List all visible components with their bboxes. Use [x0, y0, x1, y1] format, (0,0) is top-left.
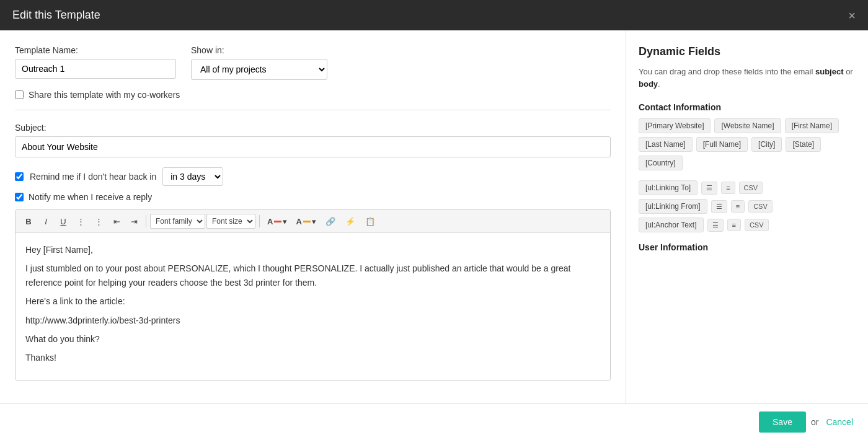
underline-button[interactable]: U — [55, 214, 71, 229]
modal-footer: Save or Cancel — [0, 403, 868, 440]
template-name-input[interactable] — [15, 59, 176, 79]
bg-color-arrow: ▾ — [312, 217, 316, 226]
field-city[interactable]: [City] — [751, 137, 782, 152]
sidebar-description: You can drag and drop these fields into … — [639, 66, 856, 90]
bg-color-indicator — [303, 221, 311, 222]
save-button[interactable]: Save — [759, 411, 806, 433]
field-ul-linking-from[interactable]: [ul:Linking From] — [639, 199, 707, 214]
ul-anchor-text-list2-btn[interactable]: ≡ — [727, 219, 741, 231]
field-website-name[interactable]: [Website Name] — [714, 118, 781, 133]
show-in-group: Show in: All of my projects Project 1 Pr… — [191, 45, 327, 80]
remind-label: Remind me if I don't hear back in — [30, 172, 156, 182]
modal-main: Template Name: Show in: All of my projec… — [0, 30, 626, 403]
unordered-list-button[interactable]: ⋮ — [91, 214, 107, 229]
field-state[interactable]: [State] — [786, 137, 821, 152]
editor-body[interactable]: Hey [First Name], I just stumbled on to … — [16, 233, 610, 380]
modal-body: Template Name: Show in: All of my projec… — [0, 30, 868, 403]
remind-row: Remind me if I don't hear back in in 1 d… — [15, 167, 611, 186]
notify-checkbox[interactable] — [15, 193, 24, 201]
cancel-button[interactable]: Cancel — [823, 411, 856, 433]
show-in-label: Show in: — [191, 45, 327, 55]
font-family-select[interactable]: Font family Arial Georgia — [150, 214, 205, 229]
edit-template-modal: Edit this Template × Template Name: Show… — [0, 0, 868, 440]
editor-line-2: I just stumbled on to your post about PE… — [25, 262, 600, 289]
remind-checkbox[interactable] — [15, 172, 24, 181]
bg-color-button[interactable]: A ▾ — [292, 214, 319, 229]
template-name-group: Template Name: — [15, 45, 176, 80]
editor-line-5: What do you think? — [25, 332, 600, 346]
field-first-name[interactable]: [First Name] — [785, 118, 839, 133]
ul-linking-to-list-btn[interactable]: ☰ — [701, 182, 717, 195]
share-checkbox-row: Share this template with my co-workers — [15, 90, 611, 100]
editor-line-1: Hey [First Name], — [25, 243, 600, 257]
contact-section-title: Contact Information — [639, 102, 856, 112]
notify-row: Notify me when I receive a reply — [15, 192, 611, 202]
ul-linking-to-csv-btn[interactable]: CSV — [739, 182, 763, 194]
copy-button[interactable]: 📋 — [361, 214, 379, 229]
sidebar-desc-end: . — [658, 79, 660, 89]
footer-or: or — [811, 417, 818, 427]
share-label: Share this template with my co-workers — [29, 90, 180, 100]
ul-linking-from-csv-btn[interactable]: CSV — [748, 200, 773, 213]
ul-anchor-text-list-btn[interactable]: ☰ — [707, 219, 724, 232]
subject-group: Subject: — [15, 123, 611, 157]
toolbar-separator-1 — [146, 215, 146, 227]
editor-line-3: Here's a link to the article: — [25, 294, 600, 308]
sidebar-title: Dynamic Fields — [639, 45, 856, 58]
divider — [15, 110, 611, 110]
template-name-label: Template Name: — [15, 45, 176, 55]
font-color-button[interactable]: A ▾ — [264, 214, 291, 229]
close-button[interactable]: × — [848, 9, 856, 22]
sidebar-body-bold: body — [639, 79, 658, 89]
share-checkbox[interactable] — [15, 90, 24, 99]
ul-linking-from-list-btn[interactable]: ☰ — [711, 200, 727, 213]
field-ul-linking-to[interactable]: [ul:Linking To] — [639, 180, 698, 195]
sidebar-desc-text1: You can drag and drop these fields into … — [639, 67, 815, 76]
field-last-name[interactable]: [Last Name] — [639, 137, 693, 152]
lightning-button[interactable]: ⚡ — [341, 214, 360, 229]
ul-anchor-text-row: [ul:Anchor Text] ☰ ≡ CSV — [639, 218, 856, 232]
modal-title: Edit this Template — [12, 9, 100, 22]
user-section-title: User Information — [639, 242, 856, 252]
bg-color-letter: A — [296, 217, 301, 226]
ul-anchor-text-csv-btn[interactable]: CSV — [745, 219, 769, 231]
subject-input[interactable] — [15, 136, 611, 157]
subject-label: Subject: — [15, 123, 611, 133]
field-primary-website[interactable]: [Primary Website] — [639, 118, 711, 133]
ul-linking-to-row: [ul:Linking To] ☰ ≡ CSV — [639, 180, 856, 195]
font-color-letter: A — [267, 217, 273, 226]
font-size-select[interactable]: Font size 12px 14px 16px — [206, 214, 255, 229]
ul-linking-to-list2-btn[interactable]: ≡ — [721, 182, 735, 194]
sidebar-subject-bold: subject — [815, 67, 844, 76]
toolbar-separator-2 — [259, 215, 260, 227]
top-form-row: Template Name: Show in: All of my projec… — [15, 45, 611, 80]
field-ul-anchor-text[interactable]: [ul:Anchor Text] — [639, 218, 704, 232]
email-editor: B I U ⋮ ⋮ ⇤ ⇥ Font family Arial Georgia … — [15, 209, 611, 381]
indent-left-button[interactable]: ⇤ — [108, 214, 125, 229]
sidebar-desc-mid: or — [844, 67, 853, 76]
font-color-arrow: ▾ — [283, 217, 287, 226]
show-in-select[interactable]: All of my projects Project 1 Project 2 — [191, 59, 327, 80]
indent-right-button[interactable]: ⇥ — [126, 214, 142, 229]
field-country[interactable]: [Country] — [639, 156, 683, 170]
modal-header: Edit this Template × — [0, 0, 868, 30]
editor-line-6: Thanks! — [25, 351, 600, 364]
italic-button[interactable]: I — [38, 214, 54, 229]
notify-label: Notify me when I receive a reply — [29, 192, 152, 202]
remind-select[interactable]: in 1 day in 2 days in 3 days in 5 days i… — [162, 167, 223, 186]
ul-linking-from-row: [ul:Linking From] ☰ ≡ CSV — [639, 199, 856, 214]
link-button[interactable]: 🔗 — [321, 214, 340, 229]
editor-toolbar: B I U ⋮ ⋮ ⇤ ⇥ Font family Arial Georgia … — [16, 210, 610, 233]
ordered-list-button[interactable]: ⋮ — [73, 214, 89, 229]
editor-line-4: http://www.3dprinterly.io/best-3d-printe… — [25, 314, 600, 327]
field-full-name[interactable]: [Full Name] — [696, 137, 748, 152]
ul-linking-from-list2-btn[interactable]: ≡ — [731, 200, 745, 213]
bold-button[interactable]: B — [20, 214, 37, 229]
font-color-indicator — [274, 221, 281, 222]
dynamic-fields-sidebar: Dynamic Fields You can drag and drop the… — [626, 30, 868, 403]
contact-fields-grid: [Primary Website] [Website Name] [First … — [639, 118, 856, 170]
